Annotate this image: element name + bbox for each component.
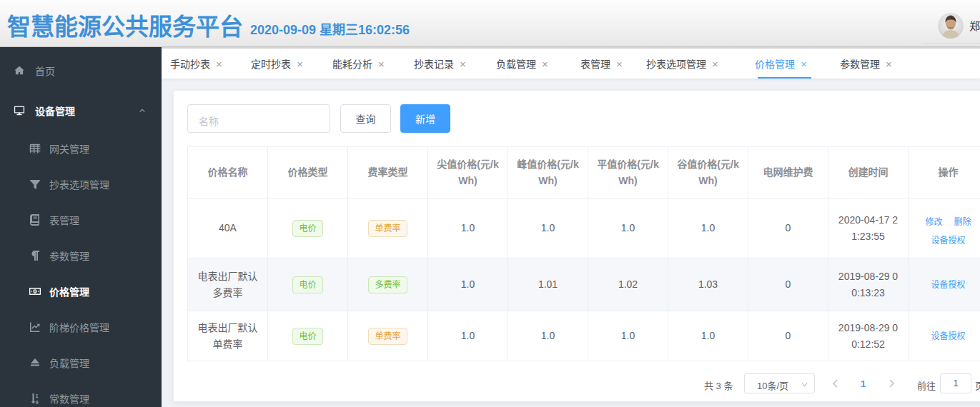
svg-text:9: 9 [36,399,39,404]
svg-text:1: 1 [36,393,39,399]
